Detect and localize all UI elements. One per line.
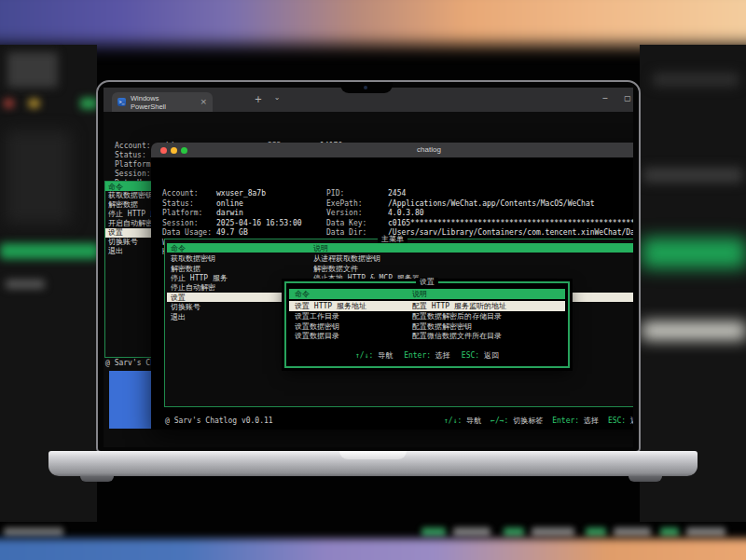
info-row: Version:4.0.3.80: [326, 209, 633, 219]
blurred-statusbar-text: [453, 527, 490, 537]
main-menu-header: 命令 说明: [167, 243, 633, 253]
status-key-hints: ↑/↓: 导航←/→: 切换标签Enter: 选择ESC: 返回: [444, 416, 633, 427]
close-traffic-light-icon[interactable]: [160, 147, 167, 154]
column-description: 说明: [313, 243, 328, 253]
tab-close-icon[interactable]: ×: [200, 98, 207, 106]
key-hint: Enter: 选择: [404, 350, 450, 361]
key-hint: ESC: 返回: [462, 350, 499, 361]
app-version-text: @ Sarv's Chatlog v0.0.11: [165, 416, 273, 427]
blurred-text-block: [7, 52, 58, 88]
laptop-screen: >_ Windows PowerShell × + ⌄ ─ ▢ Account:…: [96, 80, 641, 453]
desktop-scene: >_ Windows PowerShell × + ⌄ ─ ▢ Account:…: [0, 0, 746, 560]
key-hint: ←/→: 切换标签: [490, 416, 543, 427]
settings-dialog: 设置 命令 说明 设置 HTTP 服务地址配置 HTTP 服务监听的地址设置工作…: [284, 281, 570, 368]
blurred-traffic-yellow: [28, 99, 40, 108]
laptop-display: >_ Windows PowerShell × + ⌄ ─ ▢ Account:…: [104, 88, 633, 447]
settings-item[interactable]: 设置数据密钥配置数据解密密钥: [289, 321, 565, 332]
menu-item[interactable]: 获取数据密钥从进程获取数据密钥: [167, 254, 633, 264]
camera-notch: [340, 82, 393, 93]
settings-header: 命令 说明: [289, 289, 565, 299]
minimize-traffic-light-icon[interactable]: [171, 147, 177, 154]
tab-dropdown-icon[interactable]: ⌄: [269, 91, 284, 104]
blurred-text-block: [6, 130, 71, 224]
powershell-icon: >_: [117, 98, 126, 106]
blurred-statusbar-text: [4, 527, 63, 537]
blurred-taskbar-gradient: [0, 539, 746, 560]
column-description: 说明: [412, 289, 427, 299]
info-row: Status:online: [162, 199, 325, 210]
key-hint: ESC: 返回: [608, 416, 633, 427]
blurred-traffic-red: [4, 99, 14, 108]
info-row: PID:2454: [326, 189, 633, 199]
blurred-statusbar-text: [421, 527, 446, 537]
powershell-tab-title: Windows PowerShell: [131, 94, 195, 111]
blurred-text-block: [653, 73, 739, 87]
info-row: Data Key:c0165**************************…: [326, 219, 633, 229]
blurred-green-bar-right: [642, 238, 746, 268]
powershell-tab[interactable]: >_ Windows PowerShell ×: [112, 92, 213, 112]
chatlog-window-title: chatlog: [151, 143, 633, 157]
blurred-white-bar-right: [642, 321, 746, 340]
blurred-wallpaper-top: [0, 0, 746, 45]
maximize-button[interactable]: ▢: [618, 91, 633, 106]
info-row: Platform:darwin: [162, 209, 325, 219]
info-row: Account:wxuser_8a7b: [162, 189, 325, 199]
key-hint: Enter: 选择: [552, 416, 599, 427]
settings-dialog-title: 设置: [416, 278, 438, 286]
blurred-statusbar-text: [586, 527, 606, 537]
blurred-statusbar-text: [532, 527, 574, 537]
laptop-base: [48, 451, 698, 476]
settings-footer: ↑/↓: 导航Enter: 选择ESC: 返回: [286, 350, 568, 361]
column-command: 命令: [167, 243, 313, 253]
chatlog-titlebar: chatlog: [151, 143, 633, 157]
menu-item[interactable]: 解密数据解密数据文件: [167, 264, 633, 273]
column-command: 命令: [289, 289, 412, 299]
key-hint: ↑/↓: 导航: [355, 350, 393, 361]
blue-panel: [109, 371, 156, 429]
blurred-traffic-green: [80, 98, 97, 109]
key-hint: ↑/↓: 导航: [444, 416, 481, 427]
minimize-button[interactable]: ─: [596, 91, 615, 106]
blurred-statusbar-text: [504, 527, 524, 537]
blurred-text-block: [643, 168, 742, 183]
settings-rows: 设置 HTTP 服务地址配置 HTTP 服务监听的地址设置工作目录配置数据解密后…: [289, 301, 565, 341]
lid-groove: [339, 451, 407, 459]
blurred-green-bar-left: [0, 243, 99, 259]
main-menu-title: 主菜单: [378, 235, 408, 243]
settings-item[interactable]: 设置工作目录配置数据解密后的存储目录: [289, 311, 565, 321]
zoom-traffic-light-icon[interactable]: [181, 147, 187, 154]
blurred-statusbar-text: [686, 527, 725, 537]
blurred-statusbar-text: [614, 527, 651, 537]
blurred-statusbar-text: [660, 527, 679, 537]
blurred-text-block: [6, 280, 45, 289]
info-row: Data Usage:49.7 GB: [162, 228, 325, 239]
info-row: Session:2025-04-16 16:53:00: [162, 219, 325, 229]
settings-item[interactable]: 设置 HTTP 服务地址配置 HTTP 服务监听的地址: [289, 301, 565, 311]
camera-icon: [364, 86, 367, 89]
info-row: ExePath:/Applications/WeChat.app/Content…: [326, 199, 633, 210]
info-row: Data Dir:/Users/sarv/Library/Containers/…: [326, 228, 633, 239]
new-tab-button[interactable]: +: [251, 93, 266, 106]
chatlog-status-bar: @ Sarv's Chatlog v0.0.11 ↑/↓: 导航←/→: 切换标…: [151, 416, 633, 427]
settings-item[interactable]: 设置数据目录配置微信数据文件所在目录: [289, 331, 565, 341]
chatlog-window: chatlog Account:wxuser_8a7bStatus:online…: [151, 143, 633, 430]
